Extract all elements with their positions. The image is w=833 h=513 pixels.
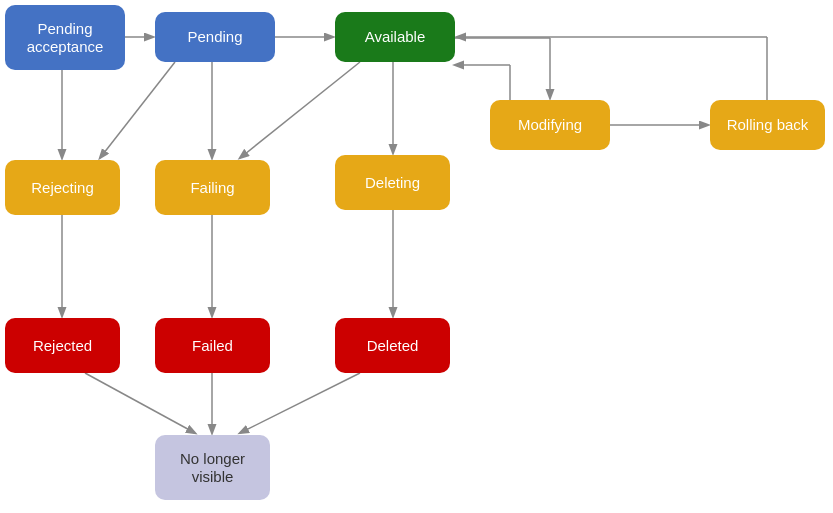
svg-line-19: [240, 373, 360, 433]
arrows-layer: [0, 0, 833, 513]
svg-line-12: [240, 62, 360, 158]
node-failed: Failed: [155, 318, 270, 373]
node-deleting: Deleting: [335, 155, 450, 210]
node-deleted: Deleted: [335, 318, 450, 373]
node-pending: Pending: [155, 12, 275, 62]
node-pending-acceptance: Pending acceptance: [5, 5, 125, 70]
node-rolling-back: Rolling back: [710, 100, 825, 150]
node-modifying: Modifying: [490, 100, 610, 150]
state-diagram: Pending acceptancePendingAvailableModify…: [0, 0, 833, 513]
node-available: Available: [335, 12, 455, 62]
svg-line-17: [85, 373, 195, 433]
node-rejected: Rejected: [5, 318, 120, 373]
node-no-longer-visible: No longer visible: [155, 435, 270, 500]
svg-line-11: [100, 62, 175, 158]
node-failing: Failing: [155, 160, 270, 215]
node-rejecting: Rejecting: [5, 160, 120, 215]
